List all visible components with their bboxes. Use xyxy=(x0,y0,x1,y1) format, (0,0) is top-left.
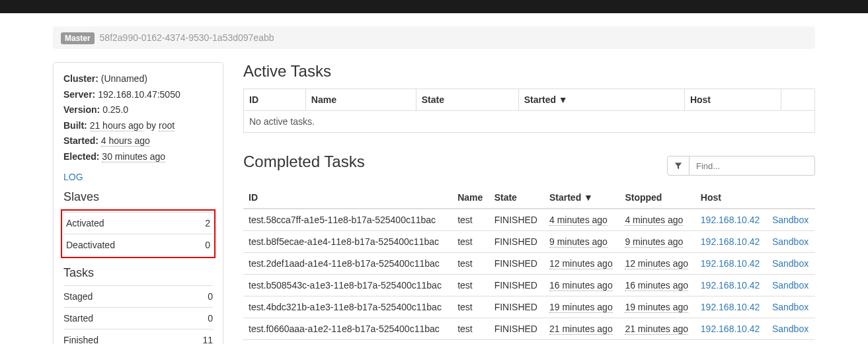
host-link[interactable]: 192.168.10.42 xyxy=(701,302,760,312)
host-link[interactable]: 192.168.10.42 xyxy=(701,215,760,225)
host-link[interactable]: 192.168.10.42 xyxy=(701,236,760,247)
cell-sandbox: Sandbox xyxy=(767,318,815,340)
tasks-row: Staged0 xyxy=(63,285,213,307)
active-tasks-table: ID Name State Started ▼ Host No active t… xyxy=(243,88,815,133)
tasks-row: Started0 xyxy=(63,307,213,329)
cell-host: 192.168.10.42 xyxy=(695,231,767,253)
server-info: Server: 192.168.10.47:5050 xyxy=(63,88,213,102)
slaves-table: Activated2Deactivated0 xyxy=(63,212,213,256)
cell-id: test.b508543c-a1e3-11e8-b17a-525400c11ba… xyxy=(243,275,452,296)
cell-id: test.4bdc321b-a1e3-11e8-b17a-525400c11ba… xyxy=(243,296,452,318)
slaves-row: Deactivated0 xyxy=(63,234,213,256)
active-col-host[interactable]: Host xyxy=(684,89,781,111)
cell-stopped: 21 minutes ago xyxy=(619,318,695,340)
cell-state: FINISHED xyxy=(489,318,544,340)
cell-host: 192.168.10.42 xyxy=(695,340,767,345)
slaves-row-value: 0 xyxy=(188,234,213,256)
tasks-row-label: Finished xyxy=(63,329,179,344)
cell-state: FINISHED xyxy=(489,253,544,275)
table-row: test.b8f5ecae-a1e4-11e8-b17a-525400c11ba… xyxy=(243,231,815,253)
cell-started: 12 minutes ago xyxy=(544,253,619,275)
completed-col-sandbox xyxy=(767,187,815,209)
host-link[interactable]: 192.168.10.42 xyxy=(701,280,760,291)
cell-state: FINISHED xyxy=(489,275,544,296)
slaves-row: Activated2 xyxy=(63,212,213,234)
tasks-table: Staged0Started0Finished11 xyxy=(63,285,213,344)
elected-value: 30 minutes ago xyxy=(102,151,165,162)
sandbox-link[interactable]: Sandbox xyxy=(772,236,809,247)
table-row: test.58cca7ff-a1e5-11e8-b17a-525400c11ba… xyxy=(243,209,815,231)
table-row: test.f0660aaa-a1e2-11e8-b17a-525400c11ba… xyxy=(243,318,815,340)
server-label: Server: xyxy=(63,89,95,100)
cell-started: 19 minutes ago xyxy=(544,296,619,318)
main: Active Tasks ID Name State Started ▼ Hos… xyxy=(243,62,815,344)
cell-name: test xyxy=(452,296,489,318)
tasks-row-value: 0 xyxy=(179,285,213,307)
version-label: Version: xyxy=(63,104,100,115)
completed-col-host[interactable]: Host xyxy=(695,187,767,209)
table-row: test.a0d9d079-a1e2-11e8-b17a-525400c11ba… xyxy=(243,340,815,345)
cell-stopped: 19 minutes ago xyxy=(619,296,695,318)
log-link[interactable]: LOG xyxy=(63,172,213,182)
cell-sandbox: Sandbox xyxy=(767,253,815,275)
cell-sandbox: Sandbox xyxy=(767,209,815,231)
active-col-state[interactable]: State xyxy=(416,89,518,111)
started-label: Started: xyxy=(63,135,99,146)
topbar xyxy=(0,0,868,13)
cell-started: 24 minutes ago xyxy=(544,340,619,345)
active-col-name[interactable]: Name xyxy=(305,89,416,111)
server-value: 192.168.10.47:5050 xyxy=(98,89,180,100)
completed-col-started[interactable]: Started ▼ xyxy=(544,187,619,209)
filter-button[interactable] xyxy=(667,156,690,176)
cell-host: 192.168.10.42 xyxy=(695,209,767,231)
cell-sandbox: Sandbox xyxy=(767,275,815,296)
cell-started: 9 minutes ago xyxy=(544,231,619,253)
tasks-row-value: 0 xyxy=(179,307,213,329)
sandbox-link[interactable]: Sandbox xyxy=(772,302,809,312)
tasks-heading: Tasks xyxy=(63,266,213,280)
cell-id: test.f0660aaa-a1e2-11e8-b17a-525400c11ba… xyxy=(243,318,452,340)
cell-name: test xyxy=(452,275,489,296)
funnel-icon xyxy=(674,162,682,170)
host-link[interactable]: 192.168.10.42 xyxy=(701,258,760,269)
completed-tasks-table: ID Name State Started ▼ Stopped Host tes… xyxy=(243,187,815,344)
tasks-row: Finished11 xyxy=(63,329,213,344)
cell-id: test.2def1aad-a1e4-11e8-b17a-525400c11ba… xyxy=(243,253,452,275)
completed-col-state[interactable]: State xyxy=(489,187,544,209)
sandbox-link[interactable]: Sandbox xyxy=(772,258,809,269)
completed-tasks-heading: Completed Tasks xyxy=(243,153,365,171)
slaves-row-value: 2 xyxy=(188,212,213,234)
completed-col-name[interactable]: Name xyxy=(452,187,489,209)
built-label: Built: xyxy=(63,120,87,131)
active-empty: No active tasks. xyxy=(244,111,815,133)
host-link[interactable]: 192.168.10.42 xyxy=(701,324,760,334)
cell-id: test.a0d9d079-a1e2-11e8-b17a-525400c11ba… xyxy=(243,340,452,345)
cell-host: 192.168.10.42 xyxy=(695,296,767,318)
active-col-actions xyxy=(781,89,814,111)
elected-label: Elected: xyxy=(63,151,99,162)
built-info: Built: 21 hours ago by root xyxy=(63,120,213,133)
cell-name: test xyxy=(452,231,489,253)
cell-started: 21 minutes ago xyxy=(544,318,619,340)
completed-col-stopped[interactable]: Stopped xyxy=(619,187,695,209)
cell-sandbox: Sandbox xyxy=(767,296,815,318)
completed-col-id[interactable]: ID xyxy=(243,187,452,209)
tasks-row-label: Started xyxy=(63,307,179,329)
elected-info: Elected: 30 minutes ago xyxy=(63,151,213,164)
active-col-started[interactable]: Started ▼ xyxy=(518,89,684,111)
cell-sandbox: Sandbox xyxy=(767,340,815,345)
cell-state: FINISHED xyxy=(489,209,544,231)
cell-state: FINISHED xyxy=(489,296,544,318)
table-row: test.b508543c-a1e3-11e8-b17a-525400c11ba… xyxy=(243,275,815,296)
active-col-id[interactable]: ID xyxy=(244,89,306,111)
cell-state: FINISHED xyxy=(489,231,544,253)
slaves-row-label: Deactivated xyxy=(63,234,188,256)
sandbox-link[interactable]: Sandbox xyxy=(772,324,809,334)
sandbox-link[interactable]: Sandbox xyxy=(772,215,809,225)
filter-input[interactable] xyxy=(690,156,815,176)
cell-host: 192.168.10.42 xyxy=(695,253,767,275)
cell-started: 16 minutes ago xyxy=(544,275,619,296)
cluster-label: Cluster: xyxy=(63,73,99,84)
sandbox-link[interactable]: Sandbox xyxy=(772,280,809,291)
cell-name: test xyxy=(452,318,489,340)
